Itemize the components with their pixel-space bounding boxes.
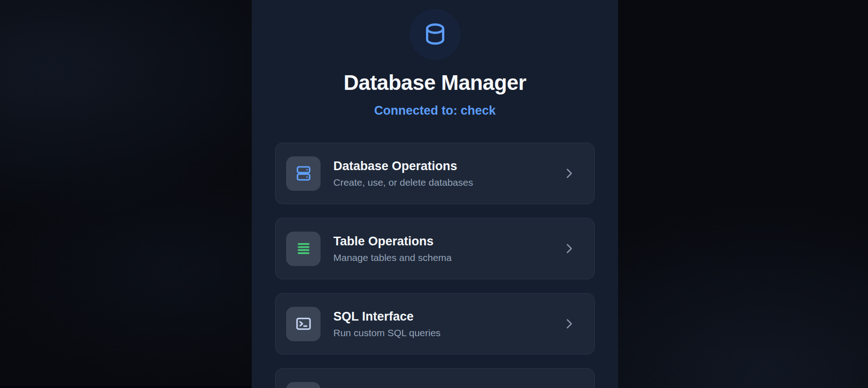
main-panel: Database Manager Connected to:check Data…	[252, 0, 618, 388]
terminal-icon	[294, 315, 313, 333]
database-cylinder-icon	[421, 21, 449, 48]
card-text: SQL Interface Run custom SQL queries	[333, 310, 441, 338]
card-description: Manage tables and schema	[333, 252, 452, 263]
menu-item-sql-interface[interactable]: SQL Interface Run custom SQL queries	[275, 293, 595, 355]
card-description: Run custom SQL queries	[333, 327, 441, 338]
card-text: Database Operations Create, use, or dele…	[333, 159, 473, 188]
icon-box	[286, 307, 321, 341]
connection-name: check	[460, 104, 496, 117]
icon-box	[286, 156, 321, 191]
menu-item-database-operations[interactable]: Database Operations Create, use, or dele…	[275, 143, 595, 204]
card-title: Database Operations	[333, 159, 473, 173]
app-logo	[409, 9, 461, 60]
bottom-edge	[0, 386, 252, 388]
chevron-right-icon	[562, 317, 576, 331]
chevron-right-icon	[562, 242, 576, 255]
card-text: Table Operations Manage tables and schem…	[333, 234, 452, 263]
server-stack-icon	[294, 164, 313, 183]
menu-item-partial[interactable]	[275, 368, 595, 388]
chevron-right-icon	[562, 166, 576, 180]
rows-icon	[294, 239, 313, 258]
card-description: Create, use, or delete databases	[333, 177, 473, 188]
icon-box	[286, 232, 321, 266]
page-title: Database Manager	[343, 72, 526, 93]
menu-item-table-operations[interactable]: Table Operations Manage tables and schem…	[275, 218, 595, 279]
connection-prefix: Connected to:	[374, 104, 458, 117]
card-title: SQL Interface	[333, 310, 441, 324]
card-title: Table Operations	[333, 234, 452, 249]
connection-status: Connected to:check	[374, 105, 496, 117]
menu-list: Database Operations Create, use, or dele…	[275, 143, 595, 388]
icon-box	[286, 382, 321, 388]
